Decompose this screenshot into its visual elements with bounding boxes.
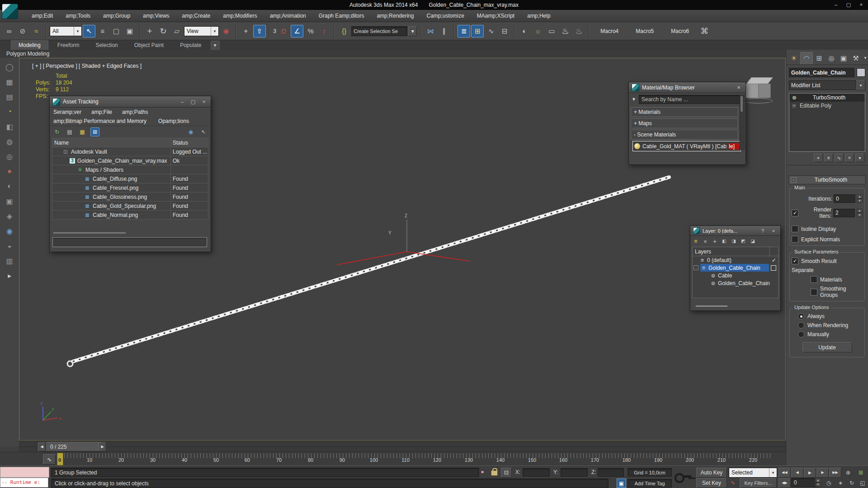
modifier-list-dropdown[interactable]: Modifier List (789, 80, 856, 90)
tab-populate[interactable]: Populate (173, 42, 208, 48)
schematic-view-icon[interactable] (498, 25, 511, 38)
table-row[interactable]: Cable_Diffuse.png Found (52, 174, 208, 183)
expand-plus-icon[interactable] (791, 103, 797, 109)
set-keys-key-icon[interactable] (675, 470, 692, 483)
select-by-name-icon[interactable] (96, 25, 109, 38)
asset-detail-box[interactable] (52, 237, 207, 247)
update-button[interactable]: Update (802, 342, 852, 352)
auto-key-button[interactable]: Auto Key (696, 468, 727, 478)
table-row[interactable]: Golden_Cable_Chain_max_vray.max Ok (52, 156, 208, 165)
layer-row-golden-cable-chain[interactable]: Golden_Cable_Chain (693, 264, 778, 272)
play-animation-icon[interactable] (804, 468, 816, 478)
time-configuration-icon[interactable] (823, 478, 835, 488)
ribbon-tool-icon[interactable] (4, 225, 15, 237)
select-and-scale-icon[interactable] (170, 25, 183, 38)
tab-modeling[interactable]: Modeling (11, 40, 48, 50)
macro5-button[interactable]: Macro5 (627, 28, 662, 34)
select-and-manipulate-icon[interactable] (240, 25, 252, 38)
table-row[interactable]: Autodesk Vault Logged Out ... (52, 147, 208, 156)
macro4-button[interactable]: Macro4 (592, 28, 627, 34)
angle-snap-toggle-icon[interactable] (291, 25, 303, 38)
time-slider-prev-icon[interactable] (38, 442, 46, 451)
search-by-name-field[interactable]: Search by Name ... (639, 95, 744, 104)
maximize-viewport-toggle-icon[interactable] (857, 478, 868, 488)
update-when-rendering-radio[interactable] (798, 322, 804, 328)
layer-checkbox[interactable] (771, 265, 776, 271)
curve-editor-icon[interactable] (485, 25, 497, 38)
set-current-layer-icon[interactable] (731, 238, 737, 244)
help-icon[interactable]: ? (759, 227, 767, 235)
ribbon-tool-icon[interactable] (4, 61, 15, 73)
3dsmax-logo-icon[interactable] (2, 4, 18, 19)
menu-options[interactable]: Opamp;tions (158, 118, 189, 124)
strip-expand-icon[interactable] (4, 270, 15, 282)
ribbon-panel-bar[interactable]: Polygon Modeling (0, 50, 868, 58)
key-filter-curve-icon[interactable] (729, 479, 737, 487)
lightbulb-icon[interactable] (791, 94, 797, 101)
scene-materials-group-header[interactable]: - Scene Materials (631, 130, 738, 140)
menu-item-maxscript[interactable]: MAamp;XScript (471, 10, 521, 22)
set-key-button[interactable]: Set Key (696, 478, 727, 488)
next-frame-icon[interactable] (816, 468, 829, 478)
report-icon[interactable] (65, 127, 74, 136)
menu-item-views[interactable]: amp;Views (137, 10, 175, 22)
tab-object-paint[interactable]: Object Paint (127, 42, 171, 48)
tab-create-icon[interactable] (788, 52, 800, 64)
unlink-selection-icon[interactable] (16, 25, 29, 38)
ribbon-tool-icon[interactable] (4, 240, 15, 252)
close-icon[interactable]: × (200, 98, 208, 105)
selection-lock-icon[interactable] (491, 468, 498, 476)
menu-item-animation[interactable]: amp;Animation (264, 10, 312, 22)
select-and-move-icon[interactable] (143, 25, 156, 38)
scene-explorer-icon[interactable] (471, 25, 484, 38)
reference-coordinate-dropdown[interactable]: View (184, 26, 219, 36)
ribbon-tool-icon[interactable] (4, 180, 15, 192)
align-icon[interactable] (438, 25, 450, 38)
snaps-toggle-icon[interactable] (277, 25, 290, 38)
horizontal-scrollbar[interactable] (696, 305, 727, 307)
bind-to-spacewarp-icon[interactable] (30, 25, 42, 38)
ribbon-tool-icon[interactable] (4, 150, 15, 162)
menu-item-customize[interactable]: Camp;ustomize (420, 10, 470, 22)
current-layer-check-icon[interactable]: ✓ (770, 257, 778, 263)
configure-modifier-sets-icon[interactable] (855, 154, 864, 162)
time-tag-cube-icon[interactable] (617, 479, 626, 488)
rollout-header-turbosmooth[interactable]: TurboSmooth (788, 175, 866, 184)
table-row[interactable]: Cable_Normal.png Found (52, 211, 208, 220)
info-icon[interactable] (186, 127, 195, 136)
ribbon-tool-icon[interactable] (4, 210, 15, 222)
add-time-tag[interactable]: Add Time Tag (627, 479, 672, 488)
ribbon-tool-icon[interactable] (4, 121, 15, 132)
asset-tracking-title-bar[interactable]: Asset Tracking – ▢ × (50, 96, 211, 108)
material-browser-title-bar[interactable]: Material/Map Browser × (629, 82, 745, 93)
ribbon-tool-icon[interactable] (4, 165, 15, 177)
layer-row-cable[interactable]: Cable (693, 272, 778, 279)
hide-layer-icon[interactable] (750, 238, 756, 244)
render-iterative-icon[interactable] (572, 25, 585, 38)
table-row[interactable]: Cable_Glossiness.png Found (52, 192, 208, 202)
orbit-view-icon[interactable] (846, 478, 858, 488)
menu-item-edit[interactable]: amp;Edit (25, 10, 59, 22)
menu-bitmap-performance[interactable]: amp;Bitmap Performance and Memory (53, 118, 146, 124)
pick-asset-icon[interactable] (199, 127, 208, 136)
collapse-minus-icon[interactable] (693, 265, 698, 270)
material-item-cable-gold[interactable]: Cable_Gold_MAT ( VRayMtl ) [Cable] (632, 141, 741, 151)
horizontal-scrollbar[interactable] (53, 232, 126, 234)
smoothing-groups-checkbox[interactable] (811, 289, 817, 296)
browser-options-icon[interactable] (631, 96, 637, 103)
maxscript-mini-listener-pink[interactable] (0, 467, 49, 478)
named-selection-set-dropdown[interactable]: Create Selection Se (351, 26, 407, 36)
track-bar[interactable]: 0 10 20 30 40 50 60 70 80 90 100 110 120… (0, 452, 786, 466)
explicit-normals-checkbox[interactable] (792, 236, 798, 243)
vertical-scrollbar[interactable] (740, 95, 745, 150)
z-coordinate-field[interactable] (598, 468, 624, 477)
layer-row-default[interactable]: 0 (default) ✓ (693, 256, 778, 264)
column-name[interactable]: Name (52, 138, 171, 147)
x-coordinate-field[interactable] (523, 468, 550, 477)
maximize-button[interactable]: ▢ (844, 1, 853, 8)
render-iters-field[interactable]: 2 (833, 209, 855, 217)
use-pivot-point-icon[interactable] (220, 25, 232, 38)
select-object-button[interactable] (83, 25, 95, 38)
create-layer-icon[interactable] (693, 238, 699, 244)
modifier-stack-item-editable-poly[interactable]: Editable Poly (789, 102, 865, 110)
